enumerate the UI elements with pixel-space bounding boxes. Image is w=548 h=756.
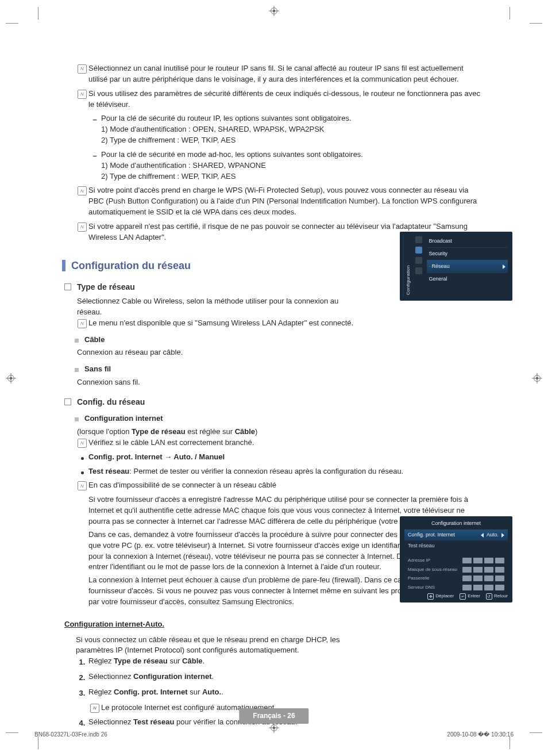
footer-left-text: BN68-02327L-03Fre.indb 26	[34, 731, 107, 739]
field-label: Passerelle	[408, 575, 429, 582]
bullet-icon	[81, 471, 84, 474]
note-item: N Si vous utilisez des paramètres de séc…	[76, 89, 481, 110]
crop-mark	[530, 23, 542, 24]
menu-tab-label: Configuration	[403, 235, 412, 297]
bullet-item: Test réseau: Permet de tester ou vérifie…	[76, 466, 481, 477]
chevron-right-icon	[503, 264, 505, 269]
step-text: Réglez Type de réseau sur Câble.	[88, 656, 481, 667]
value-boxes	[462, 558, 504, 563]
note-text: Vérifiez si le câble LAN est correctemen…	[88, 438, 481, 448]
move-icon	[427, 593, 434, 600]
ip-field-row: Passerelle	[404, 574, 508, 583]
square-open-icon	[64, 398, 71, 405]
paragraph: Sélectionnez Cable ou Wireless, selon la…	[77, 296, 363, 318]
sub-subsection-title: Configuration internet	[84, 413, 163, 424]
note-item: N Le menu n'est disponible que si "Samsu…	[76, 318, 363, 329]
bullet-icon	[81, 457, 84, 460]
square-filled-icon	[75, 339, 79, 343]
sub-subsection-title: Sans fil	[84, 364, 111, 375]
step-text: Réglez Config. prot. Internet sur Auto..	[88, 687, 481, 698]
dash-icon: –	[92, 151, 97, 162]
sub-subsection: Câble	[76, 335, 363, 346]
option-row-selected: Config. prot. Internet Auto.	[404, 529, 508, 540]
menu-glyph-icon	[415, 236, 422, 243]
section-title: Configuration du réseau	[71, 258, 191, 273]
paragraph: Connexion sans fil.	[77, 377, 363, 388]
subsection-heading: Config. du réseau	[76, 396, 481, 408]
bullet-text: Test réseau: Permet de tester ou vérifie…	[88, 466, 481, 477]
menu-list: Broadcast Security · Réseau General	[427, 235, 508, 297]
note-icon: N	[78, 222, 87, 232]
square-filled-icon	[75, 368, 79, 372]
option-label: Test réseau	[408, 543, 435, 548]
svg-point-7	[10, 377, 13, 379]
field-label: Masque de sous-réseau	[408, 566, 457, 573]
chevron-left-icon	[481, 533, 484, 538]
note-text: Sélectionnez un canal inutilisé pour le …	[88, 63, 481, 85]
page-number-badge: Français - 26	[239, 708, 308, 724]
sub-subsection: Configuration internet	[76, 413, 481, 424]
note-icon: N	[78, 319, 87, 328]
svg-point-15	[273, 727, 276, 730]
enter-icon	[460, 593, 466, 600]
menu-item: Security	[427, 247, 508, 260]
value-boxes	[462, 567, 504, 573]
menu-item: General	[427, 273, 508, 285]
menu-item-selected: · Réseau	[427, 260, 508, 273]
dash-icon: –	[92, 114, 97, 125]
step-number: 4.	[76, 717, 88, 729]
registration-mark-icon	[269, 6, 279, 16]
registration-mark-icon	[6, 373, 16, 383]
crop-mark	[6, 23, 18, 24]
step-number: 1.	[76, 656, 88, 668]
note-icon: N	[78, 186, 87, 195]
subsection-heading: Type de réseau	[76, 281, 363, 293]
chevron-right-icon	[501, 533, 504, 538]
list-text: 1) Mode d'authentification : SHARED, WPA…	[101, 160, 481, 171]
list-item: – Pour la clé de sécurité en mode ad-hoc…	[88, 149, 481, 182]
field-label: Adresse IP	[408, 557, 430, 564]
menu-item: Broadcast	[427, 235, 508, 247]
note-text: Le menu n'est disponible que si "Samsung…	[88, 318, 363, 329]
note-icon: N	[78, 64, 87, 74]
menu-icons-column	[415, 235, 423, 297]
note-text: En cas d'impossibilité de se connecter à…	[88, 480, 481, 491]
subsection-title: Config. du réseau	[77, 396, 145, 408]
document-page: N Sélectionnez un canal inutilisé pour l…	[0, 0, 548, 756]
list-text: 1) Mode d'authentification : OPEN, SHARE…	[101, 124, 481, 135]
ip-field-row: Adresse IP	[404, 556, 508, 565]
footer-hint-return: Retour	[486, 593, 508, 600]
registration-mark-icon	[532, 373, 542, 383]
list-item: – Pour la clé de sécurité du routeur IP,…	[88, 113, 481, 146]
value-boxes	[462, 575, 504, 581]
crop-mark	[530, 732, 542, 733]
dialog-title: Configuration internet	[404, 520, 508, 527]
footer-hint-move: Déplacer	[427, 593, 454, 600]
note-item: N En cas d'impossibilité de se connecter…	[76, 480, 481, 491]
dialog-footer: Déplacer Entrer Retour	[404, 593, 508, 600]
sub-subsection-title: Câble	[84, 335, 105, 346]
list-text: 2) Type de chiffrement : WEP, TKIP, AES	[101, 171, 481, 182]
bullet-text: Config. prot. Internet → Auto. / Manuel	[88, 452, 225, 461]
note-text: Si votre point d'accès prend en charge l…	[88, 185, 481, 218]
paragraph: Si vous connectez un câble réseau et que…	[76, 635, 375, 657]
bullet-item: Config. prot. Internet → Auto. / Manuel	[76, 452, 481, 463]
step-item: 3. Réglez Config. prot. Internet sur Aut…	[76, 687, 481, 699]
value-boxes	[462, 585, 504, 590]
ip-field-row: Serveur DNS	[404, 583, 508, 592]
svg-point-11	[536, 377, 539, 379]
field-label: Serveur DNS	[408, 584, 435, 591]
svg-point-3	[273, 10, 276, 13]
note-text: Si vous utilisez des paramètres de sécur…	[88, 89, 481, 110]
list-text: Pour la clé de sécurité en mode ad-hoc, …	[101, 149, 481, 160]
menu-glyph-icon	[415, 247, 422, 254]
note-icon: N	[90, 704, 99, 713]
paragraph: Connexion au réseau par câble.	[77, 347, 363, 358]
step-item: 1. Réglez Type de réseau sur Câble.	[76, 656, 481, 668]
square-open-icon	[64, 283, 71, 290]
crop-mark	[510, 7, 510, 20]
return-icon	[486, 593, 492, 600]
note-item: N Sélectionnez un canal inutilisé pour l…	[76, 63, 481, 85]
step-number: 2.	[76, 671, 88, 684]
heading-bar-icon	[62, 260, 65, 271]
